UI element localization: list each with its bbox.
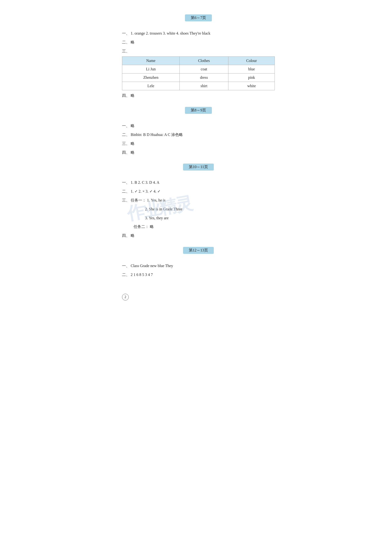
section-header-12-13: 第12～13页 [122,247,275,258]
section-10-11-task2: 任务二： 略 [133,223,275,230]
task1-label: 任务一： [131,198,146,202]
section-6-7: 第6～7页 一、 1. orange 2. trousers 3. white … [122,14,275,99]
section-6-7-item-1: 一、 1. orange 2. trousers 3. white 4. sho… [122,30,275,37]
section-12-13-item-2: 二、 2 1 6 8 5 3 4 7 [122,272,275,278]
section-header-6-7: 第6～7页 [122,14,275,26]
content-er-2: Binbin: B D Huahua: A C 涂色略 [131,132,183,137]
section-6-7-table-label: 三、 [122,48,275,55]
page-number-container: 2 [122,286,275,300]
label-yi-4: 一、 [122,264,130,268]
page-badge-10-11: 第10～11页 [183,164,214,171]
section-6-7-item-4: 四、 略 [122,92,275,99]
section-10-11-item-1: 一、 1. B 2. C 3. D 4. A [122,179,275,186]
col-clothes: Clothes [179,57,228,65]
clothes-colour-table: Name Clothes Colour Li Jun coat blue Zhe… [122,56,275,90]
section-12-13: 第12～13页 一、 Class Grade new blue They 二、 … [122,247,275,278]
section-8-9-item-2: 二、 Binbin: B D Huahua: A C 涂色略 [122,131,275,138]
section-8-9-item-3: 三、 略 [122,140,275,147]
section-10-11-item-2: 二、 1. ✓ 2. × 3. ✓ 4. ✓ [122,188,275,195]
task1-item-3: 3. Yes, they are [145,216,169,220]
section-8-9-item-1: 一、 略 [122,123,275,129]
section-10-11-san-label: 三、 任务一： 1. Yes, he is [122,197,275,204]
content-si-3: 略 [131,233,134,237]
section-10-11: 第10～11页 一、 1. B 2. C 3. D 4. A 二、 1. ✓ 2… [122,164,275,239]
cell-name-zhenzhen: Zhenzhen [122,74,180,82]
content-yi-2: 略 [131,124,134,128]
content-san-2: 略 [131,141,134,146]
content-yi-1: 1. orange 2. trousers 3. white 4. shoes … [131,31,210,35]
page-badge-8-9: 第8～9页 [185,107,212,114]
table-row-zhenzhen: Zhenzhen dress pink [122,74,275,82]
label-si-2: 四、 [122,150,130,154]
section-10-11-task1-item3: 3. Yes, they are [145,215,275,222]
label-san-1: 三、 [122,49,130,53]
task1-item-2: 2. She is in Grade Three [145,207,182,211]
label-si-1: 四、 [122,93,130,97]
page-badge-6-7: 第6～7页 [185,14,212,21]
section-header-8-9: 第8～9页 [122,107,275,118]
table-row-lele: Lele shirt white [122,82,275,90]
content-er-4: 2 1 6 8 5 3 4 7 [131,273,153,277]
cell-clothes-lele: shirt [179,82,228,90]
cell-clothes-lijun: coat [179,65,228,74]
col-name: Name [122,57,180,65]
section-8-9: 第8～9页 一、 略 二、 Binbin: B D Huahua: A C 涂色… [122,107,275,156]
cell-clothes-zhenzhen: dress [179,74,228,82]
label-yi-2: 一、 [122,124,130,128]
col-colour: Colour [228,57,275,65]
label-er-3: 二、 [122,189,130,193]
cell-name-lele: Lele [122,82,180,90]
section-6-7-item-2: 二、 略 [122,39,275,46]
table-row-lijun: Li Jun coat blue [122,65,275,74]
label-san-2: 三、 [122,141,130,146]
page-number: 2 [122,294,129,300]
content-yi-4: Class Grade new blue They [131,264,173,268]
content-er-3: 1. ✓ 2. × 3. ✓ 4. ✓ [131,189,161,193]
cell-colour-lijun: blue [228,65,275,74]
label-yi-3: 一、 [122,180,130,184]
label-san-3: 三、 [122,198,130,202]
section-header-10-11: 第10～11页 [122,164,275,175]
task1-item-1: 1. Yes, he is [147,198,166,202]
section-10-11-task1-item2: 2. She is in Grade Three [145,206,275,213]
section-10-11-item-4: 四、 略 [122,232,275,239]
label-er-2: 二、 [122,132,130,137]
content-er-1: 略 [131,40,134,44]
section-8-9-item-4: 四、 略 [122,149,275,156]
task2-content: 略 [150,225,154,229]
section-12-13-item-1: 一、 Class Grade new blue They [122,263,275,270]
label-yi-1: 一、 [122,31,130,35]
content-si-1: 略 [131,93,134,97]
content-si-2: 略 [131,150,134,154]
cell-colour-lele: white [228,82,275,90]
task2-label: 任务二： [133,225,149,229]
label-er-4: 二、 [122,273,130,277]
page-badge-12-13: 第12～13页 [183,247,214,254]
label-si-3: 四、 [122,233,130,237]
cell-name-lijun: Li Jun [122,65,180,74]
cell-colour-zhenzhen: pink [228,74,275,82]
label-er-1: 二、 [122,40,130,44]
content-yi-3: 1. B 2. C 3. D 4. A [131,180,160,184]
